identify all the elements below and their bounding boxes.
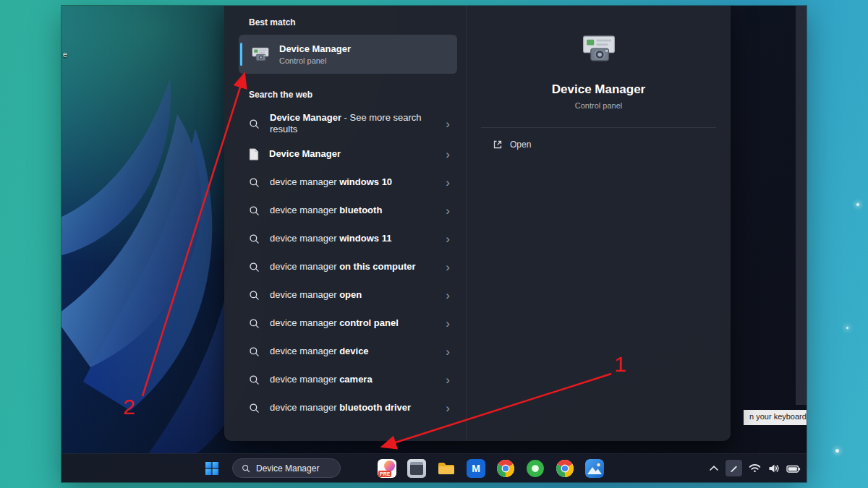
search-suggestion[interactable]: device manager bluetooth driver › xyxy=(239,394,457,422)
chevron-right-icon: › xyxy=(446,205,450,217)
open-button[interactable]: Open xyxy=(493,140,731,150)
search-icon xyxy=(249,177,260,188)
taskbar-app-icons: PRE M xyxy=(378,454,604,482)
taskbar-search-box[interactable]: Device Manager xyxy=(232,458,341,478)
m-app-letter: M xyxy=(472,463,480,474)
wifi-icon[interactable] xyxy=(749,463,761,473)
taskbar-search-value: Device Manager xyxy=(256,463,319,474)
search-icon xyxy=(249,318,260,329)
document-icon xyxy=(249,148,259,160)
suggestion-text: device manager windows 10 xyxy=(270,176,435,188)
folder-icon xyxy=(437,459,456,478)
search-suggestion[interactable]: device manager control panel › xyxy=(239,309,457,338)
sparkle xyxy=(846,327,848,329)
chevron-right-icon: › xyxy=(446,261,450,273)
window-app-pane xyxy=(410,462,423,475)
device-manager-icon-large xyxy=(579,29,618,68)
search-suggestion[interactable]: Device Manager › xyxy=(239,140,457,168)
pen-button[interactable] xyxy=(726,460,742,476)
search-icon xyxy=(249,403,260,414)
suggestion-text: device manager bluetooth xyxy=(270,205,435,216)
search-icon xyxy=(249,205,260,216)
suggestion-text: device manager bluetooth driver xyxy=(270,402,435,414)
m-app-icon[interactable]: M xyxy=(467,459,485,478)
chevron-right-icon: › xyxy=(446,148,450,160)
search-suggestion[interactable]: device manager device › xyxy=(239,338,457,366)
chevron-right-icon: › xyxy=(446,346,450,358)
chevron-right-icon: › xyxy=(446,233,450,245)
device-manager-icon xyxy=(250,44,271,64)
screenshot-root: e n your keyboard to t Best match xyxy=(0,0,868,488)
chrome-icon[interactable] xyxy=(496,459,515,478)
photo-icon xyxy=(585,459,604,478)
green-app-icon[interactable] xyxy=(526,459,545,478)
search-suggestion[interactable]: device manager bluetooth › xyxy=(239,197,457,225)
search-suggestion[interactable]: device manager camera › xyxy=(239,366,457,394)
background-tooltip-fragment: n your keyboard to t xyxy=(744,410,807,425)
selection-accent-bar xyxy=(240,43,242,66)
volume-icon[interactable] xyxy=(767,463,780,474)
best-match-item[interactable]: Device Manager Control panel xyxy=(239,35,457,74)
chevron-up-icon[interactable] xyxy=(709,464,719,472)
detail-divider xyxy=(481,127,716,128)
green-circle-icon xyxy=(526,459,545,478)
suggestion-text: Device Manager - See more search results xyxy=(270,112,435,136)
suggestion-text: Device Manager xyxy=(269,148,435,160)
desktop-screen: e n your keyboard to t Best match xyxy=(61,6,807,482)
open-external-icon xyxy=(493,140,503,150)
chevron-right-icon: › xyxy=(446,176,450,189)
detail-subtitle: Control panel xyxy=(575,101,622,110)
window-app-icon[interactable] xyxy=(407,459,426,478)
taskbar-system-tray xyxy=(709,454,801,482)
search-detail-pane: Device Manager Control panel Open xyxy=(467,6,731,441)
pre-app-gradient xyxy=(384,461,395,471)
desktop-icon-label-fragment: e xyxy=(63,51,67,59)
search-icon xyxy=(249,262,260,273)
best-match-text: Device Manager Control panel xyxy=(279,43,351,65)
suggestion-text: device manager windows 11 xyxy=(270,233,435,244)
search-suggestion[interactable]: device manager windows 11 › xyxy=(239,225,457,253)
search-icon xyxy=(249,290,260,301)
taskbar-left-group: Device Manager xyxy=(199,454,341,482)
background-window-edge xyxy=(796,6,807,405)
chevron-right-icon: › xyxy=(446,317,450,330)
search-results-list: Best match Device Manager xyxy=(224,6,467,441)
chevron-right-icon: › xyxy=(446,374,450,386)
pen-icon xyxy=(729,463,739,473)
start-button[interactable] xyxy=(199,457,225,480)
search-icon xyxy=(249,119,260,129)
search-suggestion[interactable]: device manager on this computer › xyxy=(239,253,457,281)
search-icon xyxy=(249,234,260,244)
best-match-subtitle: Control panel xyxy=(279,56,351,65)
taskbar: Device Manager PRE M xyxy=(61,453,807,482)
sparkle xyxy=(856,203,859,206)
suggestion-text: device manager control panel xyxy=(270,317,435,329)
battery-icon[interactable] xyxy=(786,463,801,474)
sparkle xyxy=(835,449,839,453)
chevron-right-icon: › xyxy=(446,289,450,301)
detail-title: Device Manager xyxy=(552,82,645,97)
chevron-right-icon: › xyxy=(446,118,450,130)
chrome-logo-icon xyxy=(496,459,515,478)
search-suggestion[interactable]: device manager windows 10 › xyxy=(239,168,457,197)
suggestion-text: device manager device xyxy=(270,346,435,357)
chevron-right-icon: › xyxy=(446,402,450,414)
search-web-header: Search the web xyxy=(249,90,460,100)
search-icon xyxy=(249,374,260,385)
windows-logo-icon xyxy=(205,462,218,475)
suggestion-text: device manager open xyxy=(270,289,435,301)
pre-app-badge: PRE xyxy=(378,471,391,477)
chrome-profile-icon[interactable] xyxy=(556,459,574,478)
best-match-header: Best match xyxy=(249,17,460,27)
photos-app-icon[interactable] xyxy=(585,459,604,478)
file-explorer-icon[interactable] xyxy=(437,459,456,478)
best-match-title: Device Manager xyxy=(279,43,351,54)
search-flyout: Best match Device Manager xyxy=(224,6,731,441)
chrome-logo-icon xyxy=(556,459,574,478)
search-suggestion[interactable]: Device Manager - See more search results… xyxy=(239,107,457,140)
search-icon xyxy=(249,346,260,357)
suggestion-text: device manager on this computer xyxy=(270,261,435,273)
search-suggestion[interactable]: device manager open › xyxy=(239,281,457,309)
pre-app-icon[interactable]: PRE xyxy=(378,459,396,478)
open-label: Open xyxy=(510,140,531,150)
